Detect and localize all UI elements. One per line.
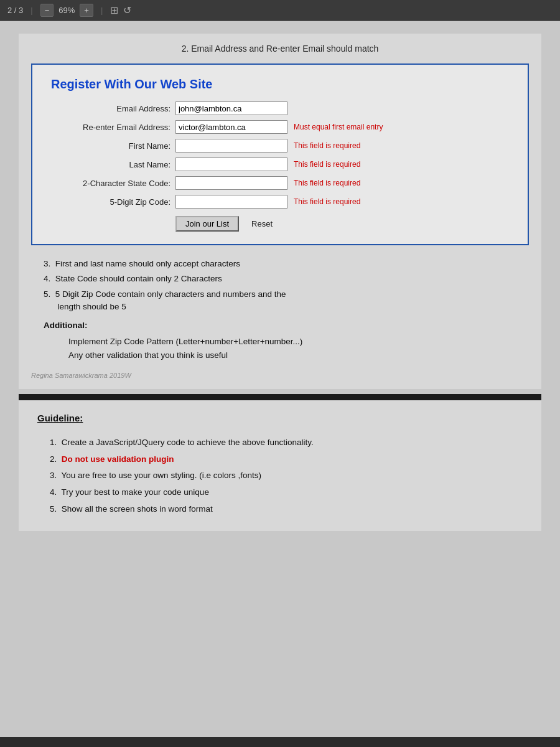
form-row-firstname: First Name: This field is required (51, 139, 509, 153)
statecode-error: This field is required (294, 179, 360, 187)
guideline-item-1: 1. Create a JavaScript/JQuery code to ac… (50, 436, 523, 449)
note-item-5: 5. 5 Digit Zip Code contain only charact… (44, 288, 529, 314)
reemail-input[interactable] (175, 120, 287, 134)
reemail-label: Re-enter Email Address: (51, 123, 175, 132)
zoom-out-btn[interactable]: − (40, 4, 54, 17)
lastname-error: This field is required (294, 160, 360, 169)
guideline-title: Guideline: (37, 413, 523, 423)
register-title: Register With Our Web Site (51, 77, 509, 92)
additional-note-2: Any other validation that you think is u… (68, 349, 529, 362)
content-area: 2. Email Address and Re-enter Email shou… (0, 21, 560, 737)
watermark: Regina Samarawickrama 2019W (31, 372, 529, 379)
zipcode-input[interactable] (175, 195, 287, 209)
guideline-item-2: 2. Do not use validation plugin (50, 453, 523, 466)
divider-2: | (101, 6, 103, 15)
lastname-input[interactable] (175, 157, 287, 171)
firstname-label: First Name: (51, 141, 175, 151)
zoom-in-btn[interactable]: + (80, 4, 93, 17)
back-icon[interactable]: ↺ (123, 4, 131, 16)
guideline-item-2-text: Do not use validation plugin (62, 454, 174, 464)
form-row-lastname: Last Name: This field is required (51, 157, 509, 171)
guideline-item-5: 5. Show all the screen shots in word for… (50, 502, 523, 516)
validation-note: 2. Email Address and Re-enter Email shou… (31, 44, 529, 54)
form-row-email: Email Address: (51, 101, 509, 115)
divider-1: | (30, 6, 32, 15)
statecode-input[interactable] (175, 176, 287, 190)
email-input[interactable] (175, 101, 287, 115)
toolbar: 2 / 3 | − 69% + | ⊞ ↺ (0, 0, 560, 21)
guideline-item-4: 4. Try your best to make your code uniqu… (50, 486, 523, 499)
form-row-statecode: 2-Character State Code: This field is re… (51, 176, 509, 190)
zoom-level: 69% (58, 6, 75, 15)
firstname-input[interactable] (175, 139, 287, 153)
statecode-label: 2-Character State Code: (51, 179, 175, 188)
page-counter: 2 / 3 (7, 6, 23, 15)
page-section-2: Guideline: 1. Create a JavaScript/JQuery… (19, 400, 541, 531)
additional-notes: Implement Zip Code Pattern (Letter+numbe… (68, 335, 529, 362)
guideline-item-3: 3. You are free to use your own styling.… (50, 469, 523, 482)
join-button[interactable]: Join our List (175, 216, 239, 232)
form-row-reemail: Re-enter Email Address: Must equal first… (51, 120, 509, 134)
zipcode-error: This field is required (294, 197, 360, 206)
firstname-error: This field is required (294, 141, 360, 150)
zipcode-label: 5-Digit Zip Code: (51, 197, 175, 207)
reset-button[interactable]: Reset (251, 219, 273, 228)
form-row-zipcode: 5-Digit Zip Code: This field is required (51, 195, 509, 209)
additional-note-1: Implement Zip Code Pattern (Letter+numbe… (68, 335, 529, 349)
grid-icon[interactable]: ⊞ (110, 4, 118, 16)
register-box: Register With Our Web Site Email Address… (31, 63, 529, 245)
notes-additional: Additional: (44, 321, 529, 330)
lastname-label: Last Name: (51, 160, 175, 169)
note-item-4: 4. State Code should contain only 2 Char… (44, 273, 529, 285)
note-item-3: 3. First and last name should only accep… (44, 258, 529, 270)
additional-label: Additional: (44, 321, 88, 330)
page-section-1: 2. Email Address and Re-enter Email shou… (19, 34, 541, 389)
form-buttons: Join our List Reset (175, 216, 509, 232)
guideline-list: 1. Create a JavaScript/JQuery code to ac… (50, 436, 523, 515)
email-label: Email Address: (51, 104, 175, 113)
dark-separator (19, 394, 541, 400)
notes-list: 3. First and last name should only accep… (44, 258, 529, 313)
reemail-error: Must equal first email entry (294, 123, 383, 131)
